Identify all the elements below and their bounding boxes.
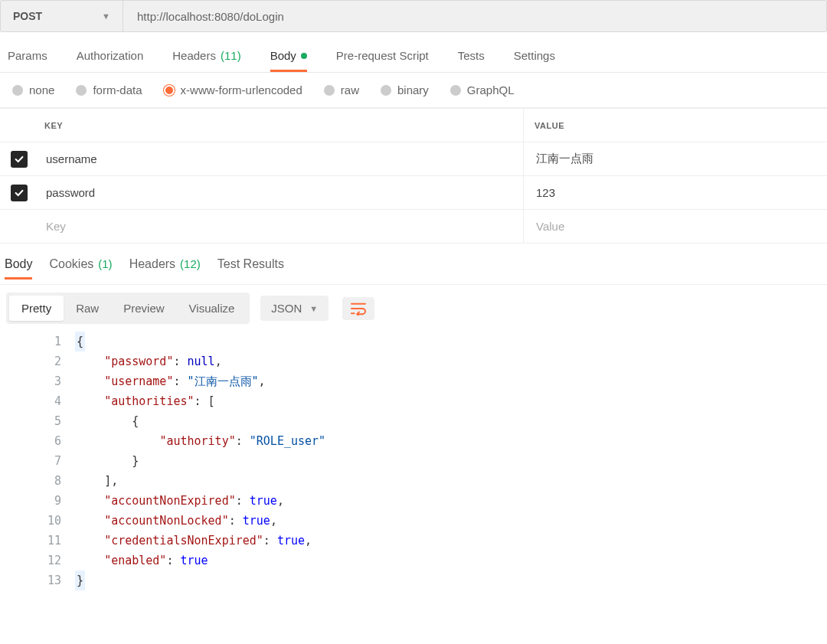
body-type-label: GraphQL [467,83,515,96]
header-value-label: VALUE [524,109,827,142]
code-line: "enabled": true [77,551,827,570]
tab-headers[interactable]: Headers(11) [172,40,240,72]
param-enabled-checkbox[interactable] [11,185,28,201]
body-type-binary[interactable]: binary [381,83,429,96]
param-value-input[interactable] [534,185,827,200]
tab-label: Headers [172,49,216,62]
param-enabled-checkbox[interactable] [11,151,28,168]
param-row [0,142,827,176]
radio-icon [76,85,87,96]
body-type-urlencoded[interactable]: x-www-form-urlencoded [164,83,302,96]
line-number: 1 [0,332,61,351]
code-line: "authority": "ROLE_user" [77,431,827,451]
response-code: { "password": null, "username": "江南一点雨",… [77,332,827,590]
tab-count: (11) [221,49,241,62]
line-number: 2 [0,351,61,371]
tab-params[interactable]: Params [8,40,47,72]
view-visualize-button[interactable]: Visualize [177,296,247,321]
response-tab-rcookies[interactable]: Cookies(1) [49,257,112,280]
tab-label: Cookies [49,257,93,271]
view-raw-button[interactable]: Raw [64,296,111,321]
http-method-select[interactable]: POST ▼ [1,1,123,31]
param-key-input[interactable] [44,185,523,200]
tab-label: Authorization [77,49,144,62]
tab-label: Settings [514,49,555,62]
chevron-down-icon: ▼ [309,304,318,313]
new-key-input[interactable] [44,219,523,234]
param-key-input[interactable] [44,152,523,166]
response-tab-rheaders[interactable]: Headers(12) [129,257,201,280]
code-line: { [77,332,827,351]
line-number: 11 [0,531,61,551]
line-number: 9 [0,491,61,511]
tab-auth[interactable]: Authorization [77,40,144,72]
body-type-label: raw [341,83,359,96]
code-line: "password": null, [77,351,827,371]
wrap-lines-button[interactable] [342,297,374,320]
body-type-options: noneform-datax-www-form-urlencodedrawbin… [0,73,827,108]
params-header-row: KEY VALUE [0,109,827,142]
body-type-label: none [29,83,54,96]
new-value-input[interactable] [534,219,827,234]
tab-label: Params [8,49,47,62]
line-number: 3 [0,371,61,391]
http-method-label: POST [13,10,42,22]
body-type-none[interactable]: none [12,83,54,96]
code-line: "authorities": [ [77,391,827,411]
tab-label: Body [270,49,296,62]
wrap-icon [350,302,367,315]
header-key-label: KEY [38,109,524,142]
tab-body[interactable]: Body [270,40,307,72]
code-line: { [77,411,827,431]
tab-label: Headers [129,257,175,271]
tab-label: Body [5,257,32,271]
body-type-form-data[interactable]: form-data [76,83,142,96]
line-number: 8 [0,471,61,491]
line-number: 10 [0,511,61,531]
response-body-viewer[interactable]: 12345678910111213 { "password": null, "u… [0,332,827,590]
tab-settings[interactable]: Settings [514,40,555,72]
line-number: 6 [0,431,61,451]
request-url-bar: POST ▼ [0,0,827,32]
check-icon [14,188,25,198]
body-type-label: form-data [93,83,142,96]
param-row [0,176,827,210]
view-pretty-button[interactable]: Pretty [9,296,64,321]
view-preview-button[interactable]: Preview [111,296,176,321]
radio-icon [12,85,23,96]
param-check-cell [0,142,38,175]
param-check-cell [0,176,38,209]
request-tabs: ParamsAuthorizationHeaders(11)BodyPre-re… [0,40,827,73]
response-tabs: BodyCookies(1)Headers(12)Test Results [0,244,827,285]
body-type-label: x-www-form-urlencoded [181,83,302,96]
body-type-graphql[interactable]: GraphQL [450,83,515,96]
line-number-gutter: 12345678910111213 [0,332,77,590]
line-number: 7 [0,451,61,471]
tab-label: Test Results [217,257,284,271]
body-type-raw[interactable]: raw [324,83,359,96]
url-input[interactable] [123,1,826,31]
response-tab-rtest[interactable]: Test Results [217,257,284,280]
code-line: "credentialsNonExpired": true, [77,531,827,551]
code-line: "accountNonLocked": true, [77,511,827,531]
radio-icon [450,85,461,96]
tab-count: (1) [98,257,112,271]
new-param-row [0,210,827,244]
tab-label: Pre-request Script [336,49,429,62]
response-format-select[interactable]: JSON ▼ [260,296,329,321]
response-tab-rbody[interactable]: Body [5,257,32,280]
param-value-input[interactable] [534,152,827,166]
line-number: 13 [0,570,61,590]
tab-prereq[interactable]: Pre-request Script [336,40,429,72]
tab-tests[interactable]: Tests [458,40,485,72]
line-number: 5 [0,411,61,431]
body-type-label: binary [397,83,429,96]
chevron-down-icon: ▼ [102,11,110,21]
header-check-spacer [0,109,38,142]
radio-icon [381,85,391,96]
tab-count: (12) [180,257,201,271]
modified-dot-icon [301,53,307,59]
code-line: } [77,451,827,471]
line-number: 4 [0,391,61,411]
check-icon [14,154,25,165]
